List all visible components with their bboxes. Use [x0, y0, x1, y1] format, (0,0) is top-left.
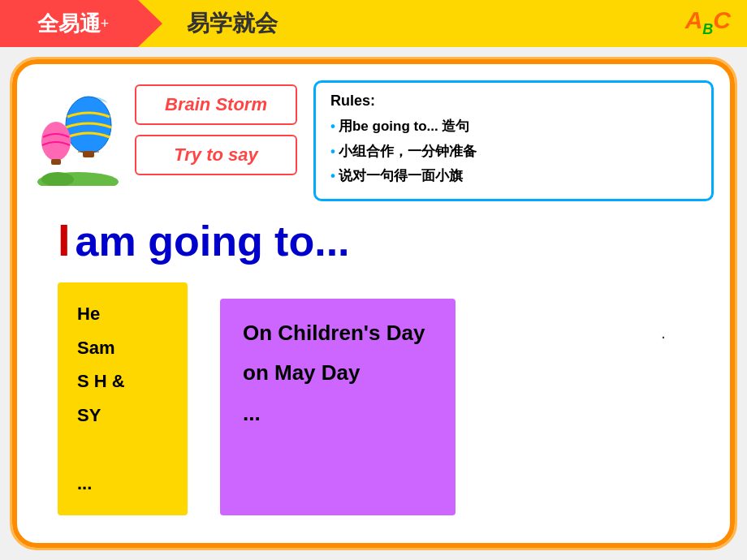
card-purple-line-2: on May Day: [243, 353, 433, 393]
svg-rect-7: [83, 151, 94, 157]
card-purple-line-3: ...: [243, 394, 433, 433]
bottom-section: He Sam S H & SY ... On Children's Day on…: [58, 282, 714, 515]
abc-logo: ABC: [685, 6, 731, 38]
phrase-prefix: I: [58, 213, 71, 266]
main-phrase: I am going to... .: [58, 213, 714, 266]
trytosay-button[interactable]: Try to say: [135, 135, 297, 175]
card-purple-text: On Children's Day on May Day ...: [243, 313, 433, 433]
rules-item-3: 说对一句得一面小旗: [330, 164, 697, 189]
rules-box: Rules: 用be going to... 造句 小组合作，一分钟准备 说对一…: [313, 80, 714, 201]
main-content: Brain Storm Try to say Rules: 用be going …: [12, 59, 735, 548]
header-title: 易学就会: [162, 8, 278, 39]
phrase-dot: .: [662, 328, 665, 341]
buttons-area: Brain Storm Try to say: [135, 80, 297, 175]
phrase-body: am going to...: [76, 217, 350, 265]
rules-item-2: 小组合作，一分钟准备: [330, 140, 697, 165]
svg-rect-11: [51, 159, 61, 165]
card-yellow-line-2: Sam: [77, 331, 168, 365]
card-purple: On Children's Day on May Day ...: [220, 299, 456, 515]
card-yellow-line-3: S H &: [77, 364, 168, 398]
balloon-illustration: [33, 80, 123, 186]
card-yellow-text: He Sam S H & SY ...: [77, 297, 168, 501]
card-yellow-spacer: [77, 433, 168, 467]
logo-area: 全易通+: [0, 0, 162, 47]
card-purple-line-1: On Children's Day: [243, 313, 433, 353]
logo-text: 全易通: [37, 10, 101, 38]
left-panel: Brain Storm Try to say: [33, 80, 297, 201]
brainstorm-button[interactable]: Brain Storm: [135, 84, 297, 125]
card-yellow-line-5: ...: [77, 467, 168, 501]
rules-item-1: 用be going to... 造句: [330, 114, 697, 140]
header: 全易通+ 易学就会 ABC: [0, 0, 747, 47]
card-yellow: He Sam S H & SY ...: [58, 282, 188, 515]
card-yellow-line-4: SY: [77, 398, 168, 433]
top-section: Brain Storm Try to say Rules: 用be going …: [33, 80, 714, 201]
logo-plus: +: [101, 15, 110, 32]
rules-title: Rules:: [330, 93, 697, 110]
card-yellow-line-1: He: [77, 297, 168, 331]
